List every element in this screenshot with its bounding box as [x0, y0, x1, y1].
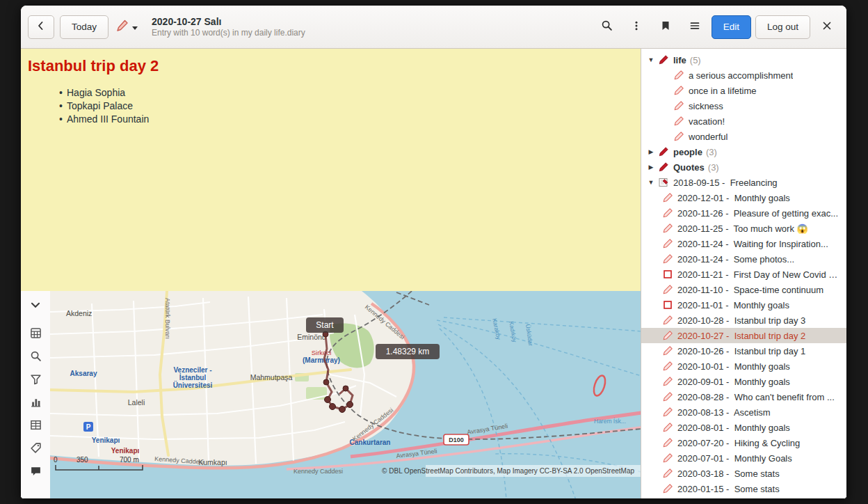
pencil-outline-icon [662, 391, 673, 402]
entry-label: 2020-11-25 - Too much work 😱 [677, 223, 808, 234]
subtag-label: vacation! [689, 116, 725, 127]
tag-count: (5) [690, 55, 701, 65]
main-menu-button[interactable] [682, 15, 707, 39]
pencil-outline-icon [673, 70, 684, 81]
tree-entry-row[interactable]: 2020-10-01 - Monthly goals [641, 359, 846, 374]
expander-icon[interactable]: ▶ [645, 164, 657, 171]
map-label: Yenikapı [92, 436, 120, 444]
pencil-outline-icon [662, 452, 673, 464]
expander-icon[interactable]: ▼ [645, 56, 657, 63]
bullet-item: Ahmed III Fountain [67, 113, 634, 126]
tree-entry-row[interactable]: 2020-11-26 - Pleasure of getting exac... [641, 205, 846, 221]
tree-subtag-row[interactable]: vacation! [641, 113, 846, 129]
tree-entry-row[interactable]: 2020-10-28 - Istanbul trip day 3 [641, 313, 846, 328]
subtag-label: sickness [689, 101, 723, 111]
table-icon[interactable] [26, 416, 45, 433]
entry-heading: Istanbul trip day 2 [28, 57, 634, 75]
template-menu-button[interactable] [114, 15, 139, 39]
pencil-outline-icon [662, 238, 673, 249]
tree-entry-row[interactable]: 2020-08-13 - Ascetism [641, 404, 846, 420]
journal-label: 2018-09-15 - Freelancing [673, 178, 778, 188]
calendar-grid-icon[interactable] [26, 324, 45, 341]
tree-tag-row[interactable]: ▼life(5) [641, 52, 846, 68]
svg-text:350: 350 [77, 456, 88, 464]
chart-icon[interactable] [26, 393, 45, 410]
pencil-outline-icon [662, 483, 673, 494]
tree-entry-row[interactable]: 2020-07-20 - Hiking & Cycling [641, 435, 846, 450]
entry-label: 2020-09-01 - Monthly goals [677, 377, 790, 387]
close-button[interactable] [814, 15, 839, 39]
road-shield-d100: D100 [444, 434, 469, 445]
tree-entry-row[interactable]: 2020-11-01 - Monthly goals [641, 297, 846, 313]
svg-text:© DBL OpenStreetMap Contributo: © DBL OpenStreetMap Contributors, Map Im… [382, 467, 634, 475]
bookmarks-button[interactable] [653, 15, 678, 39]
tree-entry-row[interactable]: 2020-10-27 - Istanbul trip day 2 [641, 328, 846, 343]
edit-button[interactable]: Edit [712, 15, 751, 39]
tree-tag-row[interactable]: ▶people(3) [641, 144, 846, 159]
tree-entry-row[interactable]: 2020-11-21 - First Day of New Covid R... [641, 267, 846, 282]
tree-entry-row[interactable]: 2020-09-01 - Monthly goals [641, 374, 846, 389]
kebab-menu-icon [631, 20, 642, 34]
tree-subtag-row[interactable]: sickness [641, 98, 846, 113]
map-label: Vezneciler - [173, 366, 211, 374]
entry-label: 2020-11-01 - Monthly goals [677, 300, 789, 310]
tree-subtag-row[interactable]: a serious accomplishment [641, 68, 846, 83]
pencil-outline-icon [662, 468, 673, 479]
headerbar-right: Edit Log out [595, 15, 839, 39]
tree-entry-row[interactable]: 2020-01-15 - Some stats [641, 481, 846, 496]
pencil-outline-icon [673, 116, 684, 127]
subtag-label: once in a lifetime [689, 86, 757, 96]
comment-icon[interactable] [26, 462, 45, 479]
tree-entry-row[interactable]: 2020-11-24 - Some photos... [641, 251, 846, 267]
filter-icon[interactable] [26, 370, 45, 387]
map-label: Mahmutpaşa [250, 373, 293, 381]
tree-entry-row[interactable]: 2020-11-10 - Space-time continuum [641, 282, 846, 297]
today-button[interactable]: Today [60, 15, 108, 39]
map-label: Harem İsk... [594, 418, 626, 425]
entry-label: 2020-10-26 - Istanbul trip day 1 [677, 346, 805, 356]
map-label: Eminönü [297, 333, 326, 341]
entry-label: 2020-03-18 - Some stats [677, 468, 780, 479]
search-button[interactable] [595, 15, 620, 39]
back-button[interactable] [28, 15, 54, 39]
pencil-outline-icon [662, 207, 673, 219]
tree-entry-row[interactable]: 2020-08-28 - Who can't benefit from ... [641, 389, 846, 404]
entry-editor[interactable]: Istanbul trip day 2 Hagia Sophia Topkapi… [21, 49, 641, 291]
tree-entry-row[interactable]: 2020-11-24 - Waiting for Inspiration... [641, 236, 846, 251]
map-container: P Akdeniz Atatürk Bulvarı Aksaray Veznec… [50, 291, 641, 498]
subtag-label: wonderful [689, 132, 728, 142]
entry-label: 2020-10-28 - Istanbul trip day 3 [677, 315, 805, 326]
tree-entry-row[interactable]: 2020-12-01 - Monthly goals [641, 190, 846, 205]
tree-tag-row[interactable]: ▶Quotes(3) [641, 159, 846, 175]
pencil-red-icon [658, 146, 669, 157]
tree-entry-row[interactable]: 2020-11-25 - Too much work 😱 [641, 221, 846, 236]
tree-entry-row[interactable]: 2020-03-18 - Some stats [641, 466, 846, 481]
expander-icon[interactable]: ▶ [645, 148, 657, 155]
tree-subtag-row[interactable]: once in a lifetime [641, 83, 846, 98]
start-tooltip: Start [306, 317, 344, 333]
pencil-outline-icon [662, 330, 673, 341]
chevron-left-icon [35, 20, 47, 33]
pencil-outline-icon [662, 361, 673, 372]
tree-subtag-row[interactable]: wonderful [641, 129, 846, 144]
red-square-icon [662, 299, 673, 310]
tree-entry-row[interactable]: 2020-07-01 - Monthly Goals [641, 450, 846, 466]
tag-name: Quotes [673, 162, 705, 173]
tree-journal-row[interactable]: ▼2018-09-15 - Freelancing [641, 175, 846, 190]
map[interactable]: P Akdeniz Atatürk Bulvarı Aksaray Veznec… [50, 291, 641, 498]
tag-name: people [673, 147, 702, 157]
expander-icon[interactable]: ▼ [645, 179, 657, 186]
search-icon[interactable] [26, 347, 45, 364]
collapse-chevron-icon[interactable] [26, 297, 45, 313]
tree-entry-row[interactable]: 2020-10-26 - Istanbul trip day 1 [641, 343, 846, 359]
tag-icon[interactable] [26, 439, 45, 456]
more-options-button[interactable] [624, 15, 649, 39]
search-icon [601, 19, 613, 34]
logout-button[interactable]: Log out [755, 15, 810, 39]
entry-label: 2020-08-01 - Monthly goals [677, 423, 790, 433]
tree-entry-row[interactable]: 2020-08-01 - Monthly goals [641, 420, 846, 435]
entry-label: 2020-10-27 - Istanbul trip day 2 [677, 331, 805, 341]
entry-label: 2020-11-26 - Pleasure of getting exac... [677, 208, 838, 219]
map-label: İstanbul [179, 373, 207, 381]
entry-label: 2020-11-24 - Some photos... [677, 254, 794, 265]
